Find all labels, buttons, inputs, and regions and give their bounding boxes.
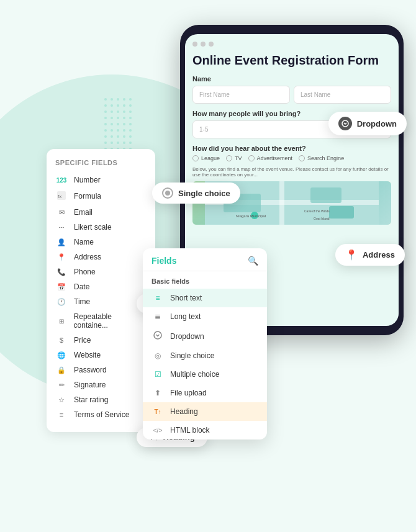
time-icon: 🕐 (55, 298, 68, 306)
fields-panel: Fields 🔍 Basic fields ≡ Short text ≣ Lon… (143, 248, 267, 440)
radio-circle-advertisement (248, 155, 255, 161)
field-likert-label: Likert scale (74, 223, 112, 232)
field-row-long-text[interactable]: ≣ Long text (143, 307, 267, 326)
svg-point-23 (123, 123, 125, 125)
specific-fields-title: Specific fields (55, 159, 147, 166)
first-name-input[interactable]: First Name (192, 86, 290, 104)
field-row-single-choice[interactable]: ◎ Single choice (143, 346, 267, 365)
svg-point-35 (104, 142, 107, 144)
field-date[interactable]: 📅 Date (55, 279, 147, 294)
single-choice-row-label: Single choice (170, 351, 214, 360)
field-row-multiple-choice[interactable]: ☑ Multiple choice (143, 365, 267, 384)
field-phone[interactable]: 📞 Phone (55, 264, 147, 279)
field-signature-label: Signature (74, 381, 106, 389)
svg-point-13 (123, 110, 125, 113)
svg-point-1 (111, 98, 113, 101)
phone-dot-3 (209, 42, 214, 47)
email-icon: ✉ (55, 209, 68, 217)
svg-point-20 (104, 123, 107, 125)
name-label: Name (192, 75, 391, 83)
html-block-row-label: HTML block (170, 426, 210, 435)
radio-inner (165, 191, 170, 196)
phone-icon: 📞 (55, 268, 68, 276)
field-time[interactable]: 🕐 Time (55, 294, 147, 309)
field-star-rating[interactable]: ☆ Star rating (55, 392, 147, 407)
svg-point-18 (123, 117, 125, 119)
svg-point-0 (104, 98, 107, 101)
name-row: First Name Last Name (192, 86, 391, 104)
phone-dot-2 (201, 42, 206, 47)
signature-icon: ✏ (55, 381, 68, 389)
svg-point-7 (117, 104, 119, 107)
tooltip-address: 📍 Address (335, 244, 405, 266)
fields-search-button[interactable]: 🔍 (248, 256, 258, 266)
radio-circle-tv (226, 155, 232, 161)
field-date-label: Date (74, 282, 89, 291)
short-text-row-icon: ≡ (151, 294, 164, 302)
terms-icon: ≡ (55, 411, 68, 418)
radio-circle-search-engine (299, 155, 305, 161)
radio-advertisement[interactable]: Advertisement (248, 155, 293, 161)
svg-point-32 (117, 135, 119, 138)
field-row-short-text[interactable]: ≡ Short text (143, 289, 267, 307)
fields-panel-title: Fields (151, 256, 176, 266)
field-address[interactable]: 📍 Address (55, 250, 147, 264)
svg-rect-47 (279, 181, 284, 225)
svg-point-25 (104, 129, 107, 132)
phone-dots (192, 42, 391, 47)
radio-circle-league (192, 155, 199, 161)
field-row-dropdown[interactable]: Dropdown (143, 326, 267, 346)
svg-point-26 (111, 129, 113, 132)
name-person-icon: 👤 (55, 238, 68, 246)
svg-text:Cave of the Winds: Cave of the Winds (304, 209, 330, 213)
svg-point-14 (129, 110, 132, 113)
svg-point-4 (129, 98, 132, 101)
field-row-file-upload[interactable]: ⬆ File upload (143, 384, 267, 402)
radio-tv[interactable]: TV (226, 155, 242, 161)
field-website[interactable]: 🌐 Website (55, 348, 147, 363)
svg-point-27 (117, 129, 119, 132)
field-price-label: Price (74, 336, 91, 345)
svg-point-10 (104, 110, 107, 113)
multiple-choice-row-icon: ☑ (151, 370, 164, 379)
svg-point-21 (111, 123, 113, 125)
single-choice-icon (162, 187, 173, 199)
address-icon: 📍 (55, 253, 68, 261)
field-formula[interactable]: fx Formula (55, 187, 147, 205)
dropdown-row-label: Dropdown (170, 332, 204, 341)
svg-point-28 (123, 129, 125, 132)
field-website-label: Website (74, 351, 101, 359)
radio-search-engine[interactable]: Search Engine (299, 155, 344, 161)
field-name[interactable]: 👤 Name (55, 235, 147, 250)
radio-league[interactable]: League (192, 155, 220, 161)
field-repeatable[interactable]: ⊞ Repeatable containe... (55, 309, 147, 333)
svg-point-37 (117, 142, 119, 144)
svg-rect-49 (310, 187, 341, 203)
address-label: Address (363, 250, 395, 259)
dropdown-label: Dropdown (357, 119, 397, 128)
fields-panel-header: Fields 🔍 (143, 248, 267, 271)
svg-rect-50 (329, 206, 354, 219)
svg-point-8 (123, 104, 125, 107)
field-number[interactable]: 123 Number (55, 173, 147, 187)
field-row-html-block[interactable]: </> HTML block (143, 421, 267, 440)
basic-fields-title: Basic fields (143, 271, 267, 289)
field-likert[interactable]: --- Likert scale (55, 220, 147, 235)
field-address-label: Address (74, 253, 101, 261)
repeatable-icon: ⊞ (55, 318, 68, 325)
field-signature[interactable]: ✏ Signature (55, 377, 147, 392)
field-price[interactable]: $ Price (55, 333, 147, 348)
svg-point-24 (129, 123, 132, 125)
field-password-label: Password (74, 366, 107, 374)
field-time-label: Time (74, 297, 90, 306)
field-email[interactable]: ✉ Email (55, 205, 147, 220)
formula-icon: fx (55, 191, 68, 202)
svg-point-30 (104, 135, 107, 138)
field-terms[interactable]: ≡ Terms of Service (55, 407, 147, 422)
field-star-label: Star rating (74, 395, 108, 404)
dropdown-row-icon (151, 331, 164, 341)
last-name-input[interactable]: Last Name (294, 86, 391, 104)
field-password[interactable]: 🔒 Password (55, 363, 147, 377)
field-row-heading[interactable]: T↑ Heading (143, 402, 267, 421)
tooltip-dropdown: Dropdown (328, 112, 407, 135)
